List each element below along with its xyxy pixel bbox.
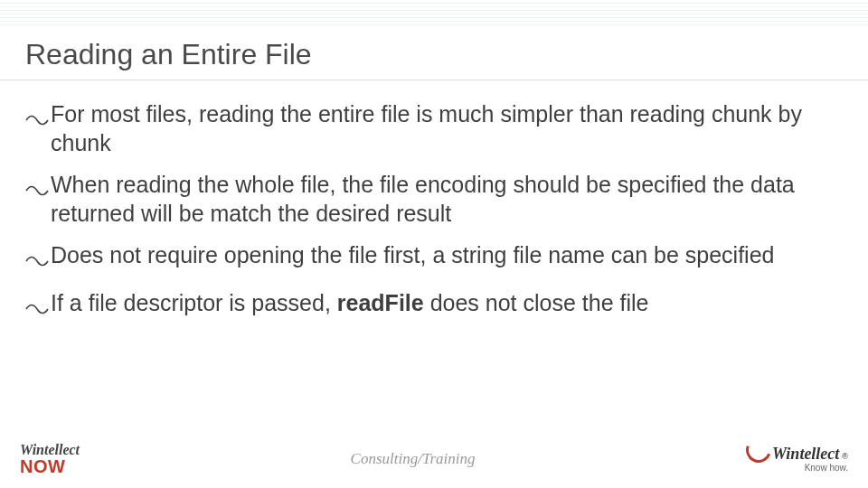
bullet-item: For most files, reading the entire file … xyxy=(25,99,843,157)
bullet-glyph-icon xyxy=(25,295,49,324)
slide-body: For most files, reading the entire file … xyxy=(25,99,843,336)
logo-left-top: Wintellect xyxy=(20,443,80,457)
swoosh-icon xyxy=(746,446,769,459)
slide-title: Reading an Entire File xyxy=(25,38,312,71)
bullet-glyph-icon xyxy=(25,106,49,135)
bullet-item: Does not require opening the file first,… xyxy=(25,240,843,276)
logo-wintellect-now: Wintellect NOW xyxy=(20,443,80,475)
logo-left-bottom: NOW xyxy=(20,457,80,475)
bullet-text: When reading the whole file, the file en… xyxy=(51,170,843,228)
bullet-text: Does not require opening the file first,… xyxy=(51,240,843,269)
logo-right-tag: Know how. xyxy=(805,464,848,473)
bullet-text: If a file descriptor is passed, readFile… xyxy=(51,288,843,317)
header-stripes xyxy=(0,0,868,25)
title-underline xyxy=(0,80,868,80)
slide-footer: Wintellect NOW Consulting/Training Winte… xyxy=(0,436,868,488)
bullet-glyph-icon xyxy=(25,247,49,276)
bullet-item: If a file descriptor is passed, readFile… xyxy=(25,288,843,324)
logo-wintellect: Wintellect® Know how. xyxy=(746,446,848,473)
logo-right-name: Wintellect xyxy=(772,446,839,462)
bullet-item: When reading the whole file, the file en… xyxy=(25,170,843,228)
bullet-text: For most files, reading the entire file … xyxy=(51,99,843,157)
footer-tagline: Consulting/Training xyxy=(351,450,476,468)
registered-mark: ® xyxy=(842,453,848,461)
bullet-glyph-icon xyxy=(25,176,49,205)
